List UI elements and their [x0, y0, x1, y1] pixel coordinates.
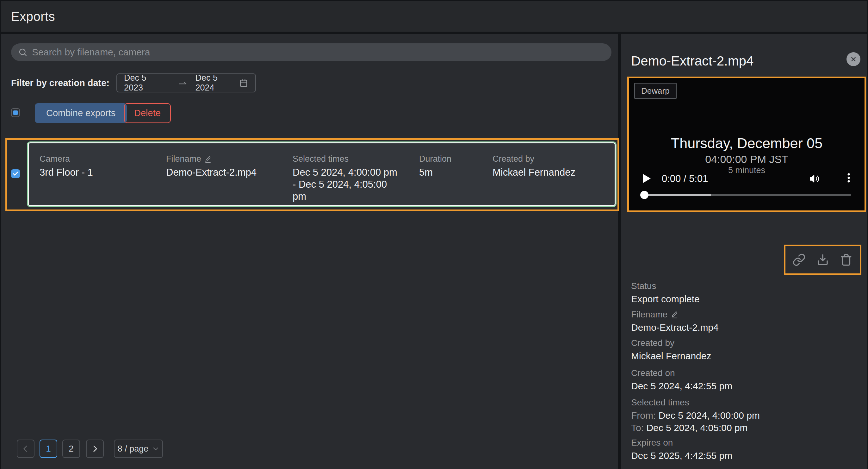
selected-times-cell: Selected times Dec 5 2024, 4:00:00 pm - … [292, 154, 399, 203]
to-value: Dec 5 2024, 4:05:00 pm [646, 422, 747, 433]
created-on-value: Dec 5 2024, 4:42:55 pm [631, 380, 732, 392]
download-button[interactable] [816, 253, 829, 266]
duration-column-label: Duration [419, 154, 452, 164]
selected-times-value: Dec 5 2024, 4:00:00 pm - Dec 5 2024, 4:0… [292, 167, 399, 203]
edit-filename-icon[interactable] [204, 155, 212, 163]
volume-button[interactable] [809, 173, 820, 185]
selected-times-field: Selected times From: Dec 5 2024, 4:00:00… [631, 398, 760, 434]
filename-label: Filename [631, 310, 668, 320]
from-label: From: [631, 410, 656, 420]
duration-value: 5m [419, 167, 452, 178]
play-button[interactable] [643, 174, 651, 183]
date-range-end[interactable]: Dec 5 2024 [195, 73, 239, 93]
created-by-cell: Created by Mickael Fernandez [493, 154, 576, 178]
page-2-button[interactable]: 2 [62, 440, 80, 458]
expires-on-value: Dec 5 2025, 4:42:55 pm [631, 450, 732, 461]
selected-times-column-label: Selected times [292, 154, 399, 164]
expires-on-field: Expires on Dec 5 2025, 4:42:55 pm [631, 438, 732, 461]
selected-times-to: To: Dec 5 2024, 4:05:00 pm [631, 422, 760, 434]
created-by-field: Created by Mickael Fernandez [631, 338, 711, 362]
seek-bar[interactable] [642, 194, 851, 196]
created-by-detail-value: Mickael Fernandez [631, 350, 711, 362]
camera-column-label: Camera [39, 154, 93, 164]
filename-cell: Filename Demo-Extract-2.mp4 [166, 154, 256, 178]
annotation-action-buttons [784, 245, 861, 275]
volume-icon [809, 173, 820, 184]
duration-cell: Duration 5m [419, 154, 452, 178]
chevron-down-icon [152, 445, 159, 452]
created-on-label: Created on [631, 368, 732, 378]
created-by-label: Created by [631, 338, 711, 348]
created-by-value: Mickael Fernandez [493, 167, 576, 178]
close-icon [850, 56, 857, 63]
row-checkbox[interactable] [11, 169, 20, 178]
page-size-value: 8 / page [118, 444, 149, 454]
trash-icon [840, 253, 853, 266]
prev-page-button[interactable] [17, 440, 34, 458]
exports-main-panel: Filter by creation date: Dec 5 2023 Dec … [1, 34, 618, 469]
created-by-column-label: Created by [493, 154, 576, 164]
calendar-icon[interactable] [239, 78, 248, 88]
detail-title: Demo-Extract-2.mp4 [631, 54, 753, 69]
to-label: To: [631, 422, 644, 433]
created-on-field: Created on Dec 5 2024, 4:42:55 pm [631, 368, 732, 392]
filename-field: Filename Demo-Extract-2.mp4 [631, 310, 719, 333]
camera-value: 3rd Floor - 1 [39, 167, 93, 178]
link-icon [793, 253, 806, 266]
indeterminate-mark [13, 111, 18, 115]
page-1-button[interactable]: 1 [39, 440, 57, 458]
from-value: Dec 5 2024, 4:00:00 pm [659, 410, 760, 420]
status-field: Status Export complete [631, 281, 700, 305]
filename-column-label: Filename [166, 154, 201, 164]
video-player[interactable]: Dewarp Thursday, December 05 04:00:00 PM… [629, 78, 865, 210]
seek-loaded-progress [642, 194, 711, 196]
kebab-menu-button[interactable] [843, 172, 855, 185]
combine-exports-button[interactable]: Combine exports [35, 103, 127, 123]
seek-thumb[interactable] [640, 191, 648, 199]
chevron-left-icon [22, 445, 30, 453]
next-page-button[interactable] [86, 440, 104, 458]
filename-value: Demo-Extract-2.mp4 [166, 167, 256, 178]
search-icon [18, 48, 28, 57]
page-title: Exports [11, 9, 55, 24]
close-panel-button[interactable] [846, 52, 860, 66]
player-date-overlay: Thursday, December 05 [629, 135, 865, 152]
chevron-right-icon [91, 445, 99, 453]
swap-right-icon [178, 79, 187, 87]
delete-button[interactable]: Delete [124, 103, 171, 123]
status-label: Status [631, 281, 700, 291]
date-range-start[interactable]: Dec 5 2023 [124, 73, 168, 93]
kebab-icon [843, 172, 855, 184]
elapsed-time-display: 0:00 / 5:01 [662, 173, 708, 184]
select-all-checkbox[interactable] [11, 108, 20, 117]
edit-filename-detail-icon[interactable] [671, 311, 679, 319]
dewarp-button[interactable]: Dewarp [634, 83, 677, 99]
expires-on-label: Expires on [631, 438, 732, 448]
delete-export-button[interactable] [840, 253, 853, 266]
export-row[interactable]: Camera 3rd Floor - 1 Filename Demo-Extra… [27, 142, 617, 207]
page-size-select[interactable]: 8 / page [114, 440, 163, 458]
selected-times-from: From: Dec 5 2024, 4:00:00 pm [631, 410, 760, 421]
check-icon [12, 171, 19, 177]
filename-detail-value: Demo-Extract-2.mp4 [631, 322, 719, 333]
date-range-picker[interactable]: Dec 5 2023 Dec 5 2024 [116, 74, 256, 92]
player-time-overlay: 04:00:00 PM JST [629, 153, 865, 166]
camera-cell: Camera 3rd Floor - 1 [39, 154, 93, 178]
copy-link-button[interactable] [793, 253, 806, 266]
search-input[interactable] [32, 47, 604, 58]
search-bar[interactable] [11, 43, 612, 61]
app-header: Exports [1, 1, 867, 32]
download-icon [816, 253, 829, 266]
export-detail-panel: Demo-Extract-2.mp4 Dewarp Thursday, Dece… [621, 34, 867, 469]
status-value: Export complete [631, 293, 700, 305]
filter-by-creation-date-label: Filter by creation date: [11, 78, 110, 88]
selected-times-label: Selected times [631, 398, 760, 408]
